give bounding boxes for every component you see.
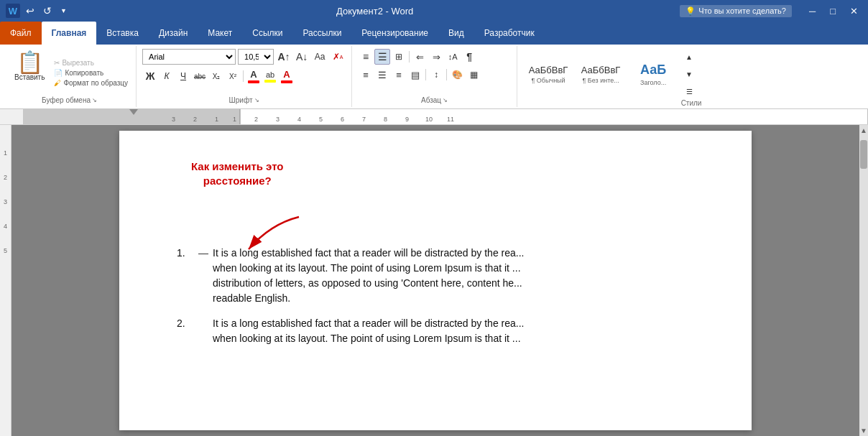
list-number-1: 1.	[177, 246, 198, 261]
style-normal[interactable]: АаБбВвГ ¶ Обычный	[523, 52, 573, 96]
paragraph-group-label: Абзац ↘	[358, 96, 511, 106]
italic-button[interactable]: К	[159, 68, 175, 84]
borders-button[interactable]: ▦	[466, 67, 481, 83]
bold-button[interactable]: Ж	[142, 68, 158, 84]
paragraph-buttons-row2: ≡ ☰ ≡ ▤ ↕ 🎨 ▦	[358, 67, 481, 83]
styles-more[interactable]: ☰	[681, 83, 697, 99]
strikethrough-button[interactable]: abc	[192, 68, 208, 84]
shading-button[interactable]: 🎨	[449, 67, 465, 83]
undo-button[interactable]: ↩	[23, 4, 37, 18]
ribbon-group-styles: АаБбВвГ ¶ Обычный АаБбВвГ ¶ Без инте... …	[517, 46, 865, 107]
justify-button[interactable]: ▤	[407, 67, 423, 83]
superscript-button[interactable]: X²	[225, 68, 241, 84]
shrink-font-button[interactable]: A↓	[294, 49, 310, 65]
font-size-select[interactable]: 10,5	[238, 49, 274, 65]
subscript-button[interactable]: X₂	[208, 68, 224, 84]
underline-button[interactable]: Ч	[175, 68, 191, 84]
align-left-button[interactable]: ≡	[358, 67, 374, 83]
list-item: 1. — It is a long established fact that …	[177, 246, 694, 306]
paste-button[interactable]: 📋 Вставить	[9, 49, 50, 96]
align-right-button[interactable]: ≡	[391, 67, 407, 83]
scroll-down-arrow[interactable]: ▼	[860, 427, 867, 435]
style-no-spacing[interactable]: АаБбВвГ ¶ Без инте...	[576, 52, 626, 96]
tab-layout[interactable]: Макет	[198, 22, 242, 45]
tab-mailings[interactable]: Рассылки	[293, 22, 352, 45]
tab-design[interactable]: Дизайн	[149, 22, 198, 45]
tab-review[interactable]: Рецензирование	[351, 22, 438, 45]
vertical-scrollbar[interactable]: ▲ ▼	[859, 125, 868, 436]
styles-scroll-up[interactable]: ▲	[681, 49, 697, 65]
font-name-select[interactable]: Arial	[142, 49, 236, 65]
font-dialog-launcher[interactable]: ↘	[254, 97, 259, 103]
ribbon-tabs: Файл Главная Вставка Дизайн Макет Ссылки…	[0, 22, 868, 45]
paragraph-buttons-row1: ≡ ☰ ⊞ ⇐ ⇒ ↕A ¶	[358, 49, 477, 65]
doc-content: 1. — It is a long established fact that …	[177, 246, 694, 346]
ribbon-content: 📋 Вставить ✂ Вырезать 📄 Копировать 🖌 Фор…	[0, 45, 868, 109]
tab-home[interactable]: Главная	[42, 22, 97, 45]
align-center-button[interactable]: ☰	[374, 67, 390, 83]
tab-insert[interactable]: Вставка	[96, 22, 149, 45]
app-icon: W	[6, 4, 20, 18]
format-painter-icon: 🖌	[54, 79, 61, 87]
redo-button[interactable]: ↺	[40, 4, 55, 18]
tab-view[interactable]: Вид	[438, 22, 474, 45]
divider	[243, 70, 244, 82]
close-button[interactable]: ✕	[846, 6, 862, 17]
font-selects: Arial 10,5 A↑ A↓ Aa ✗A	[142, 49, 346, 65]
paragraph-controls: ≡ ☰ ⊞ ⇐ ⇒ ↕A ¶ ≡ ☰ ≡ ▤ ↕ 🎨 ▦	[358, 47, 481, 96]
tab-file[interactable]: Файл	[0, 22, 42, 45]
minimize-button[interactable]: ─	[805, 6, 820, 17]
scroll-up-arrow[interactable]: ▲	[860, 126, 867, 134]
clipboard-side-buttons: ✂ Вырезать 📄 Копировать 🖌 Формат по обра…	[52, 49, 130, 96]
tell-me-box[interactable]: 💡 Что вы хотите сделать?	[680, 5, 792, 17]
ribbon-group-clipboard: 📋 Вставить ✂ Вырезать 📄 Копировать 🖌 Фор…	[3, 46, 137, 107]
ruler-indent-marker[interactable]	[129, 109, 138, 115]
multilevel-list-button[interactable]: ⊞	[391, 49, 407, 65]
ordered-list-button[interactable]: ☰	[374, 49, 390, 65]
tab-developer[interactable]: Разработчик	[474, 22, 545, 45]
list-item: 2. It is a long established fact that a …	[177, 316, 694, 346]
maximize-button[interactable]: □	[826, 6, 840, 17]
show-marks-button[interactable]: ¶	[461, 49, 477, 65]
customize-quick-access[interactable]: ▼	[57, 6, 70, 16]
font-group-label: Шрифт ↘	[142, 96, 346, 106]
title-bar-right: 💡 Что вы хотите сделать? ─ □ ✕	[680, 5, 862, 17]
change-case-button[interactable]: Aa	[312, 49, 328, 65]
format-painter-button[interactable]: 🖌 Формат по образцу	[52, 78, 130, 88]
list-text-1: It is a long established fact that a rea…	[213, 246, 694, 306]
list-number-2: 2.	[177, 316, 198, 331]
style-heading1-label: Заголо...	[640, 79, 666, 86]
grow-font-button[interactable]: A↑	[276, 49, 292, 65]
ribbon-group-paragraph: ≡ ☰ ⊞ ⇐ ⇒ ↕A ¶ ≡ ☰ ≡ ▤ ↕ 🎨 ▦ Аб	[352, 46, 517, 107]
list-text-2: It is a long established fact that a rea…	[213, 316, 694, 346]
sort-button[interactable]: ↕A	[445, 49, 461, 65]
para-dialog-launcher[interactable]: ↘	[443, 97, 448, 103]
dialog-launcher-icon[interactable]: ↘	[92, 97, 97, 103]
list-dash-1: —	[198, 246, 213, 261]
line-spacing-button[interactable]: ↕	[428, 67, 444, 83]
font-color-button[interactable]: A	[246, 68, 262, 84]
left-ruler: 1 2 3 4 5	[0, 125, 11, 436]
style-no-spacing-label: ¶ Без инте...	[582, 77, 619, 84]
scroll-thumb[interactable]	[860, 140, 867, 169]
styles-controls: АаБбВвГ ¶ Обычный АаБбВвГ ¶ Без инте... …	[523, 47, 697, 99]
title-bar-left: W ↩ ↺ ▼	[6, 4, 70, 18]
tab-references[interactable]: Ссылки	[242, 22, 292, 45]
window-controls: ─ □ ✕	[805, 6, 862, 17]
highlight-color-button[interactable]: ab	[262, 68, 278, 84]
unordered-list-button[interactable]: ≡	[358, 49, 374, 65]
ruler-white-area	[240, 109, 868, 124]
style-heading1[interactable]: АаБ Заголо...	[628, 52, 678, 96]
divider4	[446, 69, 447, 80]
text-color-button2[interactable]: A	[279, 68, 295, 84]
decrease-indent-button[interactable]: ⇐	[412, 49, 428, 65]
style-no-spacing-preview: АаБбВвГ	[581, 65, 621, 75]
cut-button[interactable]: ✂ Вырезать	[52, 58, 130, 68]
increase-indent-button[interactable]: ⇒	[428, 49, 444, 65]
highlight-color-indicator	[264, 80, 276, 83]
clear-format-button[interactable]: ✗A	[330, 49, 346, 65]
styles-scroll-down[interactable]: ▼	[681, 66, 697, 82]
copy-button[interactable]: 📄 Копировать	[52, 68, 130, 78]
clipboard-group-label: Буфер обмена ↘	[9, 96, 130, 106]
annotation-text: Как изменить это расстояние?	[191, 159, 284, 187]
